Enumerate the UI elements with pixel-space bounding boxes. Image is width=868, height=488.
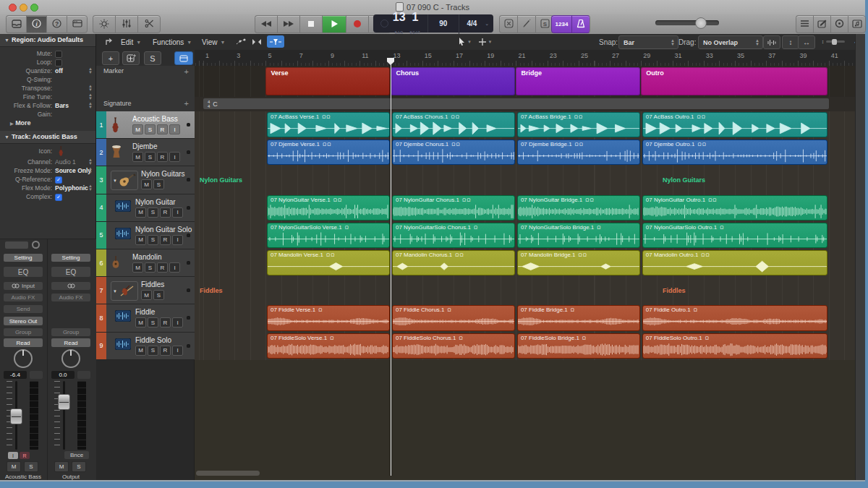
apple-loops-button[interactable] xyxy=(830,15,848,33)
input-monitor-button[interactable]: I xyxy=(169,124,180,134)
inspector-row[interactable]: Icon: xyxy=(0,147,95,158)
list-editors-button[interactable] xyxy=(796,15,813,33)
audio-region[interactable]: 07 Mandolin Bridge.1ΩΩ xyxy=(517,250,640,275)
gain-knob[interactable] xyxy=(32,241,40,249)
stepper[interactable]: ▲▼ xyxy=(88,158,93,166)
volume-thumb[interactable] xyxy=(695,17,707,29)
track-lane-8[interactable]: 07 Fiddle Verse.1Ω07 Fiddle Chorus.1Ω07 … xyxy=(195,304,856,333)
quick-help-button[interactable]: ? xyxy=(46,15,67,33)
automation-button[interactable]: Read xyxy=(4,338,43,347)
solo-button[interactable]: S xyxy=(148,207,158,218)
record-enable-button[interactable]: R xyxy=(157,152,168,162)
input-monitor-button[interactable]: I xyxy=(169,262,180,273)
fader-thumb[interactable] xyxy=(10,408,22,424)
pan-knob[interactable] xyxy=(61,349,80,368)
track-lane-1[interactable]: 07 AcBass Verse.1ΩΩ07 AcBass Chorus.1ΩΩ0… xyxy=(195,111,856,140)
record-enable-button[interactable]: R xyxy=(157,124,168,134)
inspector-row[interactable]: Complex:✓ xyxy=(0,192,95,201)
inspector-row[interactable]: Fine Tune:▲▼ xyxy=(0,93,95,101)
audio-region[interactable]: 07 NylonGuitar Outro.1ΩΩ xyxy=(642,195,827,221)
audio-region[interactable]: 07 NylonGuitarSolo Chorus.1Ω xyxy=(392,223,515,248)
mute-button[interactable]: M xyxy=(132,152,143,162)
record-enable-button[interactable]: R xyxy=(157,262,168,273)
marker-lane-header[interactable]: Marker + xyxy=(96,66,195,98)
setting-button[interactable]: Setting xyxy=(51,254,90,262)
input-monitor-button[interactable]: I xyxy=(172,346,183,356)
flex-icon[interactable] xyxy=(250,35,264,48)
global-tracks-button[interactable] xyxy=(174,51,193,65)
input-button[interactable]: Input xyxy=(4,282,43,290)
audio-fx-button[interactable]: Audio FX xyxy=(51,294,90,301)
solo-button[interactable]: S xyxy=(148,317,158,328)
audio-region[interactable]: 07 Mandolin Chorus.1ΩΩ xyxy=(392,250,515,275)
audio-region[interactable]: 07 AcBass Verse.1ΩΩ xyxy=(267,112,390,137)
forward-button[interactable] xyxy=(277,15,299,33)
solo-button[interactable]: S xyxy=(145,152,156,162)
eq-button[interactable]: EQ xyxy=(4,267,43,277)
pan-knob[interactable] xyxy=(14,349,33,368)
arrangement-marker[interactable]: Outro xyxy=(641,67,827,95)
track-header-fiddle[interactable]: 8FiddleMSRI xyxy=(96,304,195,332)
checkbox[interactable]: ✓ xyxy=(55,194,62,201)
audio-region[interactable]: 07 FiddleSolo Bridge.1Ω xyxy=(517,333,640,359)
input-monitor-button[interactable]: I xyxy=(172,317,183,328)
duplicate-track-button[interactable] xyxy=(122,51,140,65)
track-lane-6[interactable]: 07 Mandolin Verse.1ΩΩ07 Mandolin Chorus.… xyxy=(195,249,856,278)
audio-region[interactable]: 07 Fiddle Bridge.1Ω xyxy=(517,305,640,330)
group-button[interactable]: Group xyxy=(4,328,43,336)
master-volume-slider[interactable] xyxy=(655,20,719,25)
stereo-button[interactable] xyxy=(51,282,90,290)
stepper[interactable]: ▲▼ xyxy=(88,184,93,192)
stepper[interactable]: ▲▼ xyxy=(88,93,93,100)
stepper[interactable]: ▲▼ xyxy=(88,67,93,74)
record-enable-button[interactable]: R xyxy=(20,452,30,459)
stepper[interactable]: ▲▼ xyxy=(88,85,93,92)
track-header-fiddle-solo[interactable]: 9Fiddle SoloMSRI xyxy=(96,333,195,360)
inspector-row[interactable]: Mute: xyxy=(0,49,95,58)
track-header-acoustic-bass[interactable]: 1Acoustic BassMSRI xyxy=(96,111,195,139)
track-header-fiddles[interactable]: 7▼FiddlesMS xyxy=(96,277,195,304)
inspector-row[interactable]: ▶ More xyxy=(0,119,95,127)
more-disclosure[interactable]: ▶ More xyxy=(10,119,31,128)
solo-off-button[interactable]: S xyxy=(144,51,161,65)
output-button[interactable]: Stereo Out xyxy=(4,317,43,325)
track-header-djembe[interactable]: 2DjembeMSRI xyxy=(96,139,195,166)
solo-button[interactable]: S xyxy=(145,124,156,134)
inspector-row[interactable]: Q-Reference:✓ xyxy=(0,175,95,184)
mute-button[interactable]: M xyxy=(54,461,69,472)
command-click-tool-menu[interactable]: ▼ xyxy=(477,35,494,48)
horizontal-scrollbar[interactable] xyxy=(196,471,260,476)
autopunch-button[interactable] xyxy=(517,15,535,33)
folder-disclosure[interactable]: ▼ xyxy=(111,281,138,301)
mute-button[interactable]: M xyxy=(132,262,143,273)
stepper[interactable]: ▲▼ xyxy=(88,167,93,174)
mute-button[interactable]: M xyxy=(135,346,146,356)
track-inspector-header[interactable]: ▼Track: Acoustic Bass xyxy=(0,131,95,144)
input-monitor-button[interactable]: I xyxy=(172,207,183,218)
track-lane-2[interactable]: 07 Djembe Verse.1ΩΩ07 Djembe Chorus.1ΩΩ0… xyxy=(195,139,856,167)
mute-button[interactable]: M xyxy=(7,461,21,472)
vertical-auto-zoom-button[interactable]: ↕ xyxy=(782,35,799,49)
arrangement-marker[interactable]: Verse xyxy=(265,67,389,95)
lcd-chevron-icon[interactable]: ⌄ xyxy=(485,14,493,33)
track-icon-preview[interactable] xyxy=(58,146,64,158)
mute-button[interactable]: M xyxy=(141,179,152,189)
automation-button[interactable]: Read xyxy=(51,338,90,347)
group-button[interactable]: Group xyxy=(51,328,90,336)
audio-region[interactable]: 07 AcBass Outro.1ΩΩ xyxy=(642,112,827,137)
audio-region[interactable]: 07 FiddleSolo Chorus.1Ω xyxy=(392,333,515,359)
vertical-zoom-slider[interactable]: ↕ xyxy=(818,35,848,48)
mute-button[interactable]: M xyxy=(135,317,146,328)
audio-region[interactable]: 07 NylonGuitar Bridge.1ΩΩ xyxy=(517,195,640,221)
mute-button[interactable]: M xyxy=(141,290,152,300)
track-header-nylon-guitars[interactable]: 3▼Nylon GuitarsMS xyxy=(96,166,195,194)
audio-region[interactable]: 07 Djembe Chorus.1ΩΩ xyxy=(392,140,515,165)
audio-region[interactable]: 07 AcBass Bridge.1ΩΩ xyxy=(517,112,640,137)
audio-region[interactable]: 07 Djembe Outro.1ΩΩ xyxy=(642,140,827,165)
add-signature-button[interactable]: + xyxy=(184,99,189,108)
track-header-nylon-guitar[interactable]: 4Nylon GuitarMSRI xyxy=(96,194,195,222)
audio-region[interactable]: 07 NylonGuitar Chorus.1ΩΩ xyxy=(392,195,515,221)
audio-region[interactable]: 07 Fiddle Verse.1Ω xyxy=(267,305,390,330)
audio-region[interactable]: 07 Fiddle Outro.1Ω xyxy=(642,305,827,330)
audio-region[interactable]: 07 FiddleSolo Outro.1Ω xyxy=(642,333,827,359)
